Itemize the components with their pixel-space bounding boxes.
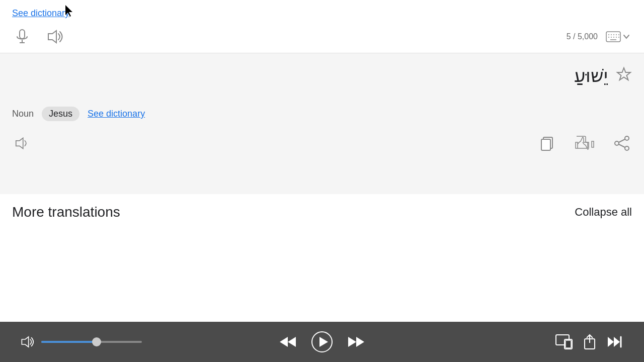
- rewind-button[interactable]: [279, 335, 297, 349]
- keyboard-icon: [606, 31, 621, 42]
- more-translations-title: More translations: [12, 204, 120, 220]
- more-translations-section: More translations Collapse all: [0, 194, 644, 230]
- fullscreen-button[interactable]: [555, 334, 573, 349]
- media-player-bar: [0, 322, 644, 362]
- mic-icon: [14, 29, 30, 45]
- svg-line-22: [619, 139, 625, 142]
- svg-marker-37: [614, 337, 620, 347]
- volume-icon: [20, 335, 35, 349]
- media-share-button[interactable]: [583, 334, 597, 350]
- copy-icon: [539, 135, 555, 151]
- result-actions-row: [12, 133, 632, 153]
- svg-point-19: [625, 136, 629, 140]
- media-bar-right: [423, 334, 624, 350]
- svg-rect-18: [541, 139, 550, 150]
- svg-rect-4: [606, 32, 620, 42]
- translation-badge: Jesus: [42, 107, 79, 121]
- copy-button[interactable]: [537, 133, 557, 153]
- media-share-icon: [583, 334, 597, 350]
- thumbs-icon: [574, 135, 596, 151]
- svg-marker-16: [16, 138, 23, 149]
- chevron-down-icon: [623, 33, 630, 40]
- progress-thumb: [92, 337, 101, 346]
- result-speaker-icon: [14, 136, 30, 150]
- skip-forward-button[interactable]: [607, 335, 624, 349]
- svg-marker-26: [288, 337, 296, 347]
- volume-button[interactable]: [20, 335, 35, 349]
- svg-marker-30: [356, 337, 364, 347]
- toolbar-right: 5 / 5,000: [567, 29, 632, 44]
- result-speaker-button[interactable]: [12, 134, 32, 152]
- speaker-button[interactable]: [44, 27, 66, 47]
- thumbs-button[interactable]: [572, 133, 598, 153]
- share-icon: [614, 135, 630, 151]
- play-icon: [311, 331, 333, 353]
- char-count: 5 / 5,000: [567, 32, 598, 41]
- screen-icon: [555, 334, 573, 349]
- svg-marker-25: [280, 337, 288, 347]
- see-dictionary-result-link[interactable]: See dictionary: [88, 109, 145, 119]
- see-dictionary-link[interactable]: See dictionary: [12, 8, 69, 19]
- result-actions-right: [537, 133, 632, 153]
- result-header: יֵשׁוּעַ: [12, 65, 632, 86]
- svg-marker-36: [608, 337, 614, 347]
- progress-fill: [41, 341, 97, 343]
- star-icon: [616, 66, 632, 82]
- hebrew-translation-text: יֵשׁוּעַ: [574, 65, 608, 86]
- source-panel: See dictionary 5 / 5: [0, 0, 644, 53]
- play-button[interactable]: [311, 331, 333, 353]
- fast-forward-button[interactable]: [347, 335, 365, 349]
- mic-button[interactable]: [12, 27, 32, 47]
- media-bar-left: [20, 335, 221, 349]
- speaker-icon: [46, 29, 64, 45]
- more-row: More translations Collapse all: [12, 204, 632, 220]
- svg-marker-24: [22, 337, 28, 347]
- share-button[interactable]: [612, 133, 632, 153]
- media-bar-center: [221, 331, 423, 353]
- svg-point-20: [615, 141, 619, 145]
- result-panel: יֵשׁוּעַ Noun Jesus See dictionary: [0, 53, 644, 194]
- source-toolbar: 5 / 5,000: [12, 27, 632, 47]
- translation-row: Noun Jesus See dictionary: [12, 107, 632, 121]
- svg-point-21: [625, 146, 629, 150]
- collapse-all-label[interactable]: Collapse all: [575, 206, 632, 219]
- svg-marker-3: [48, 31, 56, 43]
- rewind-icon: [279, 335, 297, 349]
- skip-forward-icon: [607, 335, 624, 349]
- part-of-speech-label: Noun: [12, 109, 34, 119]
- svg-line-23: [619, 144, 625, 147]
- fast-forward-icon: [347, 335, 365, 349]
- svg-rect-0: [20, 30, 25, 39]
- favorite-button[interactable]: [616, 66, 632, 86]
- progress-track[interactable]: [41, 341, 142, 343]
- toolbar-left: [12, 27, 66, 47]
- keyboard-button[interactable]: [604, 29, 632, 44]
- svg-marker-29: [348, 337, 356, 347]
- svg-marker-28: [319, 337, 328, 347]
